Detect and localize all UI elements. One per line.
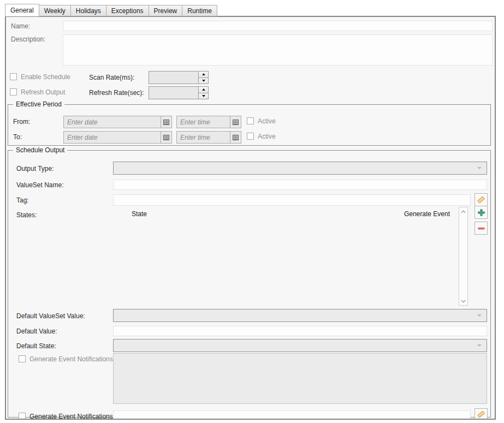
state-column-header: State [132,210,147,218]
valueset-name-field[interactable] [113,180,487,190]
scroll-up-button[interactable] [459,207,467,216]
tab-runtime[interactable]: Runtime [182,5,217,16]
to-time-picker [176,131,241,144]
chevron-down-icon [477,344,482,347]
from-time-grid-button[interactable] [230,116,241,128]
to-date-field[interactable] [64,132,161,143]
general-tab-panel: Name: Description: Enable Schedule Scan … [5,16,496,420]
description-label: Description: [11,35,45,43]
chevron-down-icon [477,314,482,317]
refresh-rate-field[interactable] [149,86,198,99]
calendar-grid-icon [163,120,169,125]
chevron-up-icon [461,210,466,213]
calendar-grid-icon [233,120,239,125]
refresh-rate-decrement-button[interactable] [198,93,209,100]
add-state-button[interactable] [475,206,488,219]
chevron-down-icon [461,300,466,303]
to-date-picker [63,131,172,144]
default-valueset-value-label: Default ValueSet Value: [16,312,85,320]
default-value-field[interactable] [113,326,487,336]
remove-state-button[interactable] [475,222,488,235]
tab-preview[interactable]: Preview [149,5,183,16]
to-time-field[interactable] [177,132,230,143]
scan-rate-decrement-button[interactable] [198,78,209,85]
from-active-label: Active [258,117,276,125]
triangle-down-icon [202,95,205,97]
refresh-output-label: Refresh Output [21,88,65,96]
chevron-down-icon [477,167,482,169]
enable-schedule-label: Enable Schedule [21,73,70,81]
name-label: Name: [11,22,30,30]
tag-label: Tag: [16,196,29,204]
schedule-output-group: Schedule Output Output Type: ValueSet Na… [8,150,491,418]
tab-exceptions[interactable]: Exceptions [106,5,149,16]
refresh-rate-label: Refresh Rate(sec): [89,89,144,97]
generate-event-notifications2-field[interactable] [113,410,471,420]
to-time-grid-button[interactable] [230,132,241,143]
generate-event-notifications-checkbox[interactable] [19,355,26,362]
scan-rate-label: Scan Rate(ms): [89,74,134,81]
tab-general[interactable]: General [5,4,39,16]
from-date-field[interactable] [64,116,161,128]
generate-event-column-header: Generate Event [404,210,450,218]
to-label: To: [13,133,22,141]
refresh-rate-spinner [149,86,209,99]
refresh-output-checkbox[interactable] [10,88,17,96]
default-valueset-value-select[interactable] [113,309,487,322]
from-date-calendar-button[interactable] [161,116,171,128]
tag-icon [477,195,485,204]
states-scrollbar[interactable] [459,207,468,306]
from-active-checkbox[interactable] [247,117,254,124]
triangle-up-icon [202,73,205,75]
generate-event-notifications2-checkbox[interactable] [19,413,26,420]
to-active-label: Active [258,133,276,140]
tab-weekly[interactable]: Weekly [39,5,71,16]
schedule-editor-window: General Weekly Holidays Exceptions Previ… [0,0,504,423]
scan-rate-increment-button[interactable] [198,71,209,78]
enable-schedule-checkbox[interactable] [10,73,17,80]
effective-period-title: Effective Period [13,100,64,108]
calendar-grid-icon [163,135,169,140]
tab-strip: General Weekly Holidays Exceptions Previ… [5,4,217,16]
refresh-rate-increment-button[interactable] [198,86,209,93]
to-active-checkbox[interactable] [247,133,254,140]
scan-rate-field[interactable] [149,71,198,84]
output-type-label: Output Type: [16,165,54,172]
generate-event-notifications2-label: Generate Event Notifications [29,413,113,420]
default-value-label: Default Value: [16,327,57,335]
effective-period-group: Effective Period From: Active To: [8,104,491,146]
from-label: From: [13,118,30,126]
calendar-grid-icon [233,135,239,140]
plus-icon [477,208,485,217]
states-list[interactable]: State Generate Event [113,207,456,306]
output-type-select[interactable] [113,162,487,175]
from-time-picker [176,116,241,128]
schedule-output-title: Schedule Output [13,146,67,154]
tag-field[interactable] [113,194,471,206]
generate-event-notifications-label: Generate Event Notifications [29,355,113,363]
triangle-up-icon [202,88,205,91]
tag-browse-button[interactable] [475,193,488,206]
tag-icon [477,410,485,419]
generate-event-notifications-field[interactable] [113,353,487,404]
description-field[interactable] [63,34,493,65]
scroll-down-button[interactable] [459,297,467,305]
from-date-picker [63,116,172,128]
name-field[interactable] [63,21,493,31]
tab-holidays[interactable]: Holidays [70,5,106,16]
tag-browse-button-2[interactable] [475,408,488,420]
default-state-label: Default State: [16,342,56,350]
default-state-select[interactable] [113,339,487,352]
triangle-down-icon [202,80,205,82]
scan-rate-spinner [149,71,209,84]
to-date-calendar-button[interactable] [161,132,171,143]
states-label: States: [16,211,37,219]
minus-icon [477,224,485,233]
valueset-name-label: ValueSet Name: [16,181,64,189]
from-time-field[interactable] [177,116,230,128]
